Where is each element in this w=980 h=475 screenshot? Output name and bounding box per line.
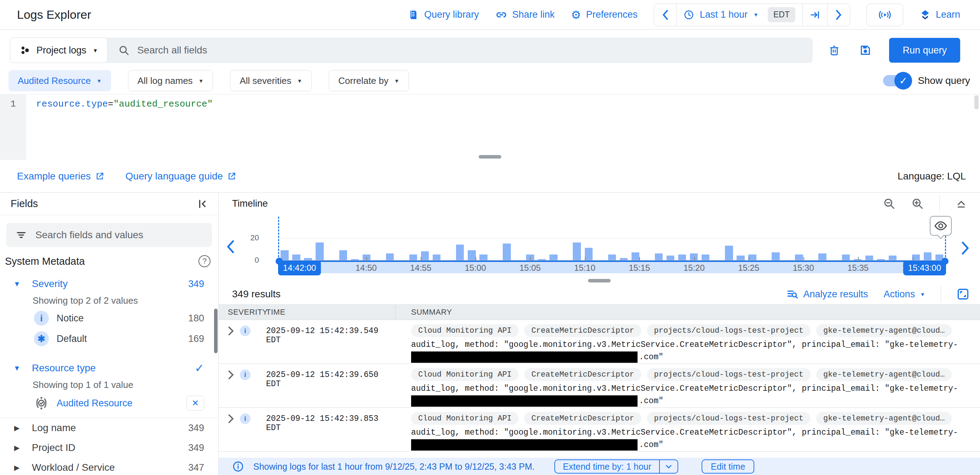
query-code-line[interactable]: resource.type="audited_resource" bbox=[26, 94, 213, 160]
collapse-panel-icon[interactable] bbox=[197, 199, 208, 209]
zoom-out-icon[interactable] bbox=[883, 197, 896, 210]
summary-chip[interactable]: gke-telemetry-agent@cloud… bbox=[816, 324, 952, 337]
triangle-right-icon: ▶ bbox=[14, 424, 32, 432]
summary-chip[interactable]: Cloud Monitoring API bbox=[411, 324, 519, 337]
summary-chip[interactable]: CreateMetricDescriptor bbox=[524, 368, 641, 381]
analyze-results-button[interactable]: Analyze results bbox=[786, 288, 868, 300]
edit-time-button[interactable]: Edit time bbox=[702, 459, 754, 473]
summary-chip[interactable]: projects/cloud-logs-test-project bbox=[647, 324, 811, 337]
fields-title: Fields bbox=[11, 198, 38, 210]
severity-value-notice[interactable]: i Notice 180 bbox=[0, 308, 218, 328]
chevron-down-icon[interactable] bbox=[659, 460, 678, 473]
expand-row-icon[interactable] bbox=[227, 326, 234, 336]
fields-search-input[interactable]: Search fields and values bbox=[6, 223, 212, 247]
triangle-down-icon: ▼ bbox=[13, 364, 32, 372]
selection-start-pill[interactable]: 14:42:00 bbox=[278, 260, 321, 276]
summary-chip[interactable]: Cloud Monitoring API bbox=[411, 368, 519, 381]
query-editor[interactable]: 1 resource.type="audited_resource" bbox=[0, 94, 980, 160]
resource-type-group-header[interactable]: ▼ Resource type ✓ bbox=[0, 358, 218, 378]
expand-results-icon[interactable] bbox=[957, 288, 969, 301]
timeline-resize-strip bbox=[219, 277, 980, 284]
zoom-in-icon[interactable] bbox=[911, 197, 924, 210]
query-library-button[interactable]: Query library bbox=[408, 9, 479, 21]
fields-panel-header: Fields bbox=[0, 193, 218, 215]
stream-logs-button[interactable] bbox=[866, 3, 903, 26]
log-name-group[interactable]: ▶ Log name 349 bbox=[0, 418, 218, 438]
resource-type-value[interactable]: Audited Resource ✕ bbox=[0, 392, 218, 414]
expand-row-icon[interactable] bbox=[227, 370, 234, 380]
selection-end-handle[interactable] bbox=[942, 258, 948, 265]
search-icon bbox=[118, 45, 129, 56]
learn-button[interactable]: Learn bbox=[920, 9, 960, 21]
timeline-toolbar bbox=[883, 195, 967, 212]
selection-end-pill[interactable]: 15:43:00 bbox=[903, 260, 946, 276]
resource-filter-chip[interactable]: Audited Resource ▼ bbox=[8, 70, 111, 91]
timeline-resize-handle[interactable] bbox=[588, 279, 611, 282]
top-bar-actions: Query library Share link ⚙ Preferences L… bbox=[408, 3, 960, 26]
severities-filter-chip[interactable]: All severities ▼ bbox=[230, 70, 312, 91]
share-link-button[interactable]: Share link bbox=[495, 9, 555, 21]
show-query-label: Show query bbox=[918, 75, 970, 86]
log-scope-dropdown[interactable]: Project logs ▼ bbox=[10, 38, 108, 63]
time-forward-button[interactable] bbox=[827, 4, 850, 26]
check-icon: ✓ bbox=[194, 361, 204, 375]
severity-group-header[interactable]: ▼ Severity 349 bbox=[0, 274, 218, 294]
info-severity-icon: i bbox=[240, 413, 250, 424]
run-query-button[interactable]: Run query bbox=[889, 38, 960, 63]
editor-scrollbar[interactable] bbox=[974, 95, 978, 109]
asterisk-severity-icon: ✱ bbox=[34, 331, 49, 346]
summary-chip[interactable]: CreateMetricDescriptor bbox=[524, 324, 641, 337]
info-severity-icon: i bbox=[240, 326, 250, 336]
time-range-dropdown[interactable]: Last 1 hour ▼ EDT bbox=[676, 4, 802, 26]
correlate-by-chip[interactable]: Correlate by ▼ bbox=[329, 70, 409, 91]
time-back-button[interactable] bbox=[654, 4, 676, 26]
help-icon[interactable]: ? bbox=[199, 255, 210, 267]
timeline-pan-right-button[interactable] bbox=[961, 241, 970, 255]
search-all-fields-input[interactable]: Search all fields bbox=[108, 38, 813, 63]
project-logs-icon bbox=[19, 45, 30, 56]
timeline-plot[interactable] bbox=[279, 225, 945, 260]
eye-icon bbox=[934, 220, 947, 231]
expand-row-icon[interactable] bbox=[227, 413, 234, 424]
actions-dropdown[interactable]: Actions ▼ bbox=[884, 289, 925, 300]
selection-start-handle[interactable] bbox=[275, 258, 283, 265]
show-query-toggle[interactable]: ✓ bbox=[883, 75, 909, 86]
log-row[interactable]: i 2025-09-12 15:42:39.549 EDT Cloud Moni… bbox=[219, 320, 980, 364]
timeline-pan-left-button[interactable] bbox=[226, 240, 235, 253]
fields-scrollbar[interactable] bbox=[214, 309, 218, 353]
extend-time-button[interactable]: Extend time by: 1 hour bbox=[554, 459, 678, 473]
workload-service-group[interactable]: ▶ Workload / Service 347 bbox=[0, 457, 218, 475]
preferences-button[interactable]: ⚙ Preferences bbox=[571, 9, 638, 21]
timeline-bars bbox=[279, 225, 945, 260]
remove-filter-button[interactable]: ✕ bbox=[186, 396, 204, 411]
timeline-selection-band[interactable]: 14:5014:5515:0015:0515:1015:1515:2015:25… bbox=[279, 260, 945, 273]
log-row[interactable]: i 2025-09-12 15:42:39.853 EDT Cloud Moni… bbox=[219, 408, 980, 452]
summary-text-suffix: .com" bbox=[639, 440, 663, 449]
clear-query-button[interactable] bbox=[825, 41, 844, 60]
summary-chip[interactable]: gke-telemetry-agent@cloud… bbox=[816, 412, 952, 425]
summary-chip[interactable]: Cloud Monitoring API bbox=[411, 412, 519, 425]
jump-to-now-button[interactable] bbox=[802, 4, 827, 26]
triangle-down-icon: ▼ bbox=[13, 280, 32, 288]
summary-chip[interactable]: gke-telemetry-agent@cloud… bbox=[816, 368, 952, 381]
summary-text: audit_log, method: "google.monitoring.v3… bbox=[411, 340, 980, 349]
collapse-timeline-icon[interactable] bbox=[955, 198, 967, 210]
editor-resize-handle[interactable] bbox=[479, 155, 501, 159]
summary-chip[interactable]: projects/cloud-logs-test-project bbox=[647, 368, 811, 381]
log-names-filter-chip[interactable]: All log names ▼ bbox=[128, 70, 213, 91]
project-id-group[interactable]: ▶ Project ID 349 bbox=[0, 438, 218, 457]
code-string-token: "audited_resource" bbox=[113, 99, 213, 109]
info-icon bbox=[232, 461, 244, 472]
example-queries-link[interactable]: Example queries bbox=[17, 171, 104, 182]
summary-chip[interactable]: projects/cloud-logs-test-project bbox=[647, 412, 811, 425]
triangle-right-icon: ▶ bbox=[14, 443, 32, 452]
resource-type-showing-label: Showing top 1 of 1 value bbox=[0, 378, 218, 392]
summary-text: audit_log, method: "google.monitoring.v3… bbox=[411, 428, 980, 437]
log-row[interactable]: i 2025-09-12 15:42:39.650 EDT Cloud Moni… bbox=[219, 364, 980, 408]
severity-value-default[interactable]: ✱ Default 169 bbox=[0, 328, 218, 349]
query-language-guide-link[interactable]: Query language guide bbox=[126, 171, 237, 182]
column-severity: SEVERITY bbox=[219, 305, 258, 320]
save-query-button[interactable] bbox=[856, 41, 875, 60]
timezone-badge[interactable]: EDT bbox=[768, 7, 795, 22]
summary-chip[interactable]: CreateMetricDescriptor bbox=[524, 412, 641, 425]
